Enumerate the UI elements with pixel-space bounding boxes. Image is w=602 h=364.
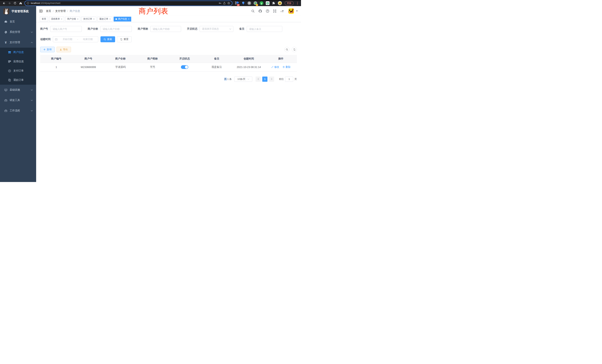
goto-page-input[interactable] — [285, 76, 293, 82]
sidebar-collapse-button[interactable] — [39, 9, 43, 13]
sidebar-item-label: 工作流程 — [10, 109, 29, 112]
breadcrumb-pay[interactable]: 支付管理 — [55, 10, 66, 13]
add-button[interactable]: 新增 — [40, 47, 55, 52]
fold-menu-icon — [39, 9, 43, 13]
delete-link[interactable]: 删除 — [282, 65, 290, 69]
table-header-row: 商户编号 商户号 商户全称 商户简称 开启状态 备注 创建时间 操作 — [40, 55, 297, 63]
avatar-caret-icon[interactable] — [296, 11, 298, 11]
next-page-button[interactable] — [269, 76, 274, 82]
password-key-icon[interactable] — [218, 2, 222, 5]
github-link[interactable] — [258, 9, 262, 13]
cell-merchant-no: M233666999 — [72, 63, 104, 72]
chevron-down-icon — [31, 89, 33, 91]
sidebar-item-pay[interactable]: ¥ 支付管理 — [0, 37, 36, 48]
short-name-input[interactable] — [150, 26, 181, 32]
browser-home-button[interactable] — [18, 1, 23, 6]
site-info-icon[interactable] — [27, 2, 29, 4]
col-full-name: 商户全称 — [104, 55, 136, 63]
page-number-1[interactable]: 1 — [262, 76, 268, 82]
full-name-input[interactable] — [100, 26, 132, 32]
browser-reload-button[interactable] — [13, 1, 17, 6]
browser-update-button[interactable]: 更新 — [285, 1, 294, 5]
screen: localhost:1024/pay/merchant 10 — [0, 0, 301, 182]
browser-forward-button[interactable] — [7, 1, 12, 6]
bookmark-star-icon[interactable] — [227, 2, 230, 5]
tab-close-icon[interactable]: × — [128, 18, 129, 20]
gear-icon — [4, 31, 7, 34]
extension-green-dot[interactable]: 1 — [253, 1, 258, 5]
sidebar-item-label: 首页 — [10, 20, 33, 23]
tab-close-icon[interactable]: × — [77, 18, 78, 20]
breadcrumb-home[interactable]: 首页 — [46, 10, 51, 13]
document-copy-icon — [8, 79, 11, 82]
sidebar-item-infra[interactable]: 基础设施 — [0, 85, 36, 95]
remark-input[interactable] — [247, 26, 282, 32]
sidebar-item-refund-order[interactable]: 退款订单 — [0, 75, 36, 85]
sidebar-item-system[interactable]: 系统管理 — [0, 27, 36, 37]
extension-chat[interactable] — [266, 1, 270, 5]
navbar-actions: ? TT — [251, 8, 298, 14]
sidebar-item-merchant-info[interactable]: 商户信息 — [0, 48, 36, 57]
create-time-range-picker[interactable]: 开始日期 - 结束日期 — [53, 36, 98, 42]
refresh-table-button[interactable] — [292, 47, 297, 52]
sidebar-item-home[interactable]: 首页 — [0, 17, 36, 27]
extension-grid-diamond[interactable]: 10 — [235, 1, 239, 5]
status-label: 开启状态 — [187, 27, 197, 31]
share-icon[interactable] — [223, 2, 226, 5]
search-icon — [251, 10, 255, 13]
extension-balloon[interactable] — [241, 1, 245, 5]
page-size-select[interactable]: 10条/页 — [234, 76, 252, 82]
start-date-placeholder: 开始日期 — [59, 38, 76, 41]
col-actions: 操作 — [265, 55, 297, 63]
edit-link[interactable]: 修改 — [271, 65, 279, 69]
tab-close-icon[interactable]: × — [61, 18, 62, 20]
tab-merchant-info[interactable]: 商户信息× — [114, 17, 131, 21]
url-text: localhost:1024/pay/merchant — [31, 2, 217, 4]
tab-pay-order[interactable]: 支付订单× — [81, 17, 96, 21]
user-avatar[interactable] — [288, 8, 294, 14]
sidebar-item-devtools[interactable]: 研发工具 — [0, 95, 36, 106]
help-button[interactable]: ? — [266, 9, 269, 13]
status-select[interactable]: 请选择开启状态 — [200, 26, 233, 32]
col-status: 开启状态 — [169, 55, 201, 63]
merchant-no-input[interactable] — [50, 26, 82, 32]
font-size-button[interactable]: TT — [280, 10, 285, 13]
sidebar-item-app-info[interactable]: 应用信息 — [0, 57, 36, 66]
prev-page-button[interactable] — [256, 76, 261, 82]
browser-menu-button[interactable] — [297, 2, 298, 4]
tab-close-icon[interactable]: × — [109, 18, 111, 20]
extensions-menu-button[interactable] — [272, 1, 276, 5]
pagination: 共 1 条 10条/页 1 前往 页 — [40, 76, 297, 82]
extension-y[interactable]: y — [259, 1, 264, 5]
export-button[interactable]: 导出 — [56, 47, 71, 52]
sidebar-logo[interactable]: 芋道管理系统 — [0, 6, 36, 17]
extension-badge: 1 — [256, 4, 258, 6]
fullscreen-button[interactable] — [273, 9, 277, 13]
tab-refund-order[interactable]: 退款订单× — [97, 17, 112, 21]
tab-label: 流程表单 — [51, 17, 60, 21]
toggle-search-button[interactable] — [284, 47, 290, 52]
tab-process-form[interactable]: 流程表单× — [49, 17, 64, 21]
reset-button[interactable]: 重置 — [117, 36, 132, 42]
header-search-button[interactable] — [251, 10, 255, 13]
status-toggle[interactable] — [181, 65, 188, 69]
sidebar-item-label: 应用信息 — [13, 60, 33, 63]
fullscreen-icon — [273, 9, 277, 13]
browser-back-button[interactable] — [1, 1, 6, 6]
cell-full-name: 芋道源码 — [104, 63, 136, 72]
tab-user-group[interactable]: 用户分组× — [65, 17, 80, 21]
chevron-up-icon — [31, 42, 33, 43]
sidebar-item-pay-order[interactable]: ¥ 支付订单 — [0, 66, 36, 75]
browser-profile-avatar[interactable] — [278, 1, 282, 5]
extension-command[interactable]: ⌘ — [247, 1, 251, 5]
sidebar-item-workflow[interactable]: 工作流程 — [0, 106, 36, 116]
tab-home[interactable]: 首页 — [40, 17, 48, 21]
tab-close-icon[interactable]: × — [93, 18, 95, 20]
app-title: 芋道管理系统 — [11, 10, 29, 13]
search-button[interactable]: 搜索 — [100, 36, 115, 42]
breadcrumb: 首页 / 支付管理 / 商户信息 — [46, 10, 80, 13]
address-bar[interactable]: localhost:1024/pay/merchant — [25, 1, 232, 6]
col-created: 创建时间 — [233, 55, 265, 63]
remark-label: 备注 — [239, 27, 245, 31]
tab-label: 用户分组 — [67, 17, 76, 21]
